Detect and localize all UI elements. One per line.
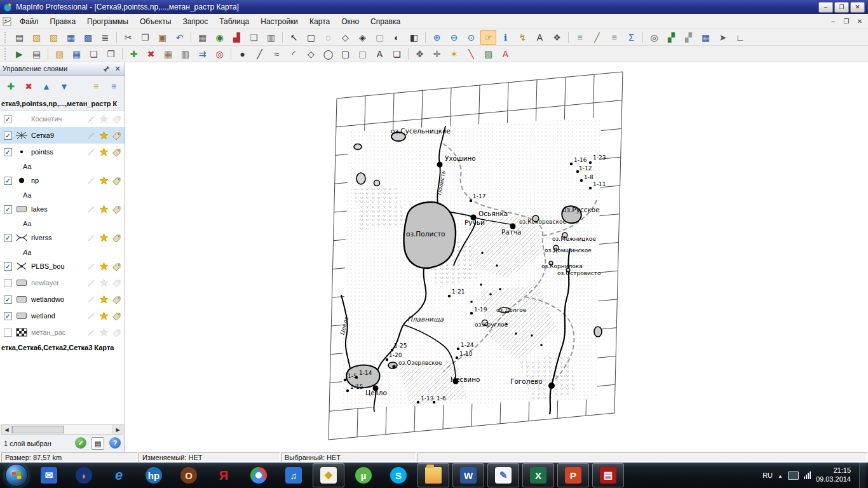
label-icon[interactable]	[111, 233, 122, 243]
status-editable[interactable]: Изменяемый: НЕТ	[139, 452, 280, 462]
change-view-icon[interactable]: ⊙	[463, 30, 479, 45]
layer-visibility-checkbox[interactable]	[4, 148, 12, 156]
move-layer-down-button[interactable]: ▼	[56, 78, 72, 95]
menu-Справка[interactable]: Справка	[365, 14, 406, 29]
layer-row-newlayer[interactable]: newlayer	[0, 274, 125, 291]
ellipse-tool-icon[interactable]: ◯	[320, 46, 336, 62]
copy-icon[interactable]: ❐	[137, 30, 153, 45]
windows-explorer-icon[interactable]	[417, 463, 449, 487]
edit-style-icon[interactable]	[86, 233, 97, 243]
marquee-select-icon[interactable]: ▢	[303, 30, 319, 45]
menu-Карта[interactable]: Карта	[304, 14, 336, 29]
layer-panel-header[interactable]: Управление слоями	[0, 62, 125, 76]
label-icon[interactable]: A	[532, 30, 548, 45]
layer-visibility-checkbox[interactable]	[4, 295, 12, 304]
help-button[interactable]	[109, 437, 121, 449]
pin-icon[interactable]	[102, 64, 111, 73]
table-list-icon[interactable]: ▦	[698, 30, 714, 45]
child-close-icon[interactable]	[854, 17, 865, 27]
clip-region-off-icon[interactable]: ▞	[681, 30, 696, 45]
remove-layer-button[interactable]: ✖	[20, 78, 37, 95]
polyline-tool-icon[interactable]: ≈	[269, 46, 285, 62]
word-document-icon[interactable]: W	[452, 463, 484, 487]
add-layer-button[interactable]: ✚	[3, 78, 19, 95]
new-row-icon[interactable]: ✚	[126, 46, 142, 62]
new-mapper-icon[interactable]: ◉	[212, 30, 227, 45]
map-document-node-2[interactable]: етка,Сетка6,Сетка2,Сетка3 Карта	[0, 341, 125, 355]
delete-row-icon[interactable]: ✖	[143, 46, 159, 62]
child-window-icon[interactable]	[3, 17, 11, 26]
layer-control-icon[interactable]: ≡	[572, 30, 588, 45]
minimize-button[interactable]	[818, 2, 833, 13]
map-document-node[interactable]: етка9,pointss,np,...,метан_растр К	[0, 97, 125, 110]
new-browser-icon[interactable]: ▦	[194, 30, 210, 45]
status-selected[interactable]: Выбранный: НЕТ	[281, 452, 416, 462]
layer-row-Косметич[interactable]: Косметич	[0, 111, 125, 127]
open-table-icon[interactable]: ▧	[29, 30, 44, 45]
mapbasic-window-icon[interactable]: ▤	[29, 46, 44, 62]
edit-style-icon[interactable]	[86, 147, 97, 158]
layer-visibility-checkbox[interactable]	[4, 279, 12, 287]
arc-tool-icon[interactable]: ◜	[286, 46, 302, 62]
pack-table-icon[interactable]: ▦	[160, 46, 176, 62]
save-workspace-2-icon[interactable]: ▦	[69, 46, 85, 62]
layer-row-np[interactable]: np	[0, 172, 125, 189]
autolabel-icon[interactable]	[98, 327, 109, 338]
tile-windows-icon[interactable]: ❏	[86, 46, 102, 62]
edit-style-icon[interactable]	[86, 204, 97, 215]
edit-style-icon[interactable]	[86, 175, 97, 186]
region-style-icon[interactable]: ▨	[480, 46, 496, 62]
run-mapbasic-program-icon[interactable]: ▶	[11, 46, 27, 62]
line-style-icon[interactable]: ╲	[463, 46, 479, 62]
autolabel-icon[interactable]	[98, 147, 109, 158]
new-redistricter-icon[interactable]: ▥	[263, 30, 279, 45]
opera-icon[interactable]: O	[173, 463, 205, 487]
chrome-icon[interactable]	[243, 463, 275, 487]
edit-style-icon[interactable]	[86, 114, 97, 125]
label-icon[interactable]	[111, 261, 122, 272]
rounded-rectangle-tool-icon[interactable]: ▢	[355, 46, 370, 62]
label-icon[interactable]	[111, 175, 122, 186]
autolabel-icon[interactable]	[98, 261, 109, 272]
map-window[interactable]: оз.СусельницкоеУхошино1-161-231-121-81-1…	[125, 62, 868, 452]
utorrent-icon[interactable]: µ	[348, 463, 379, 487]
autolabel-icon[interactable]	[98, 311, 109, 322]
volume-mixer-icon[interactable]: ♫	[278, 463, 309, 487]
clip-region-icon[interactable]: ▞	[663, 30, 679, 45]
excel-icon[interactable]: X	[522, 463, 554, 487]
label-style-row[interactable]: Аа	[0, 246, 125, 258]
open-dbms-icon[interactable]: ▨	[46, 30, 62, 45]
clock[interactable]: 21:15 09.03.2014	[816, 466, 851, 484]
maximize-button[interactable]	[834, 2, 849, 13]
label-icon[interactable]	[111, 204, 122, 215]
frame-tool-icon[interactable]: ❏	[389, 46, 405, 62]
new-grapher-icon[interactable]: ▟	[229, 30, 245, 45]
apply-button[interactable]	[75, 437, 86, 449]
hidden-icons-arrow[interactable]	[778, 471, 783, 480]
new-table-icon[interactable]: ▤	[11, 30, 27, 45]
scroll-left-icon[interactable]	[2, 425, 12, 434]
add-node-icon[interactable]: ✛	[429, 46, 445, 62]
layer-visibility-checkbox[interactable]	[4, 132, 12, 140]
layer-row-PLBS_bou[interactable]: PLBS_bou	[0, 258, 125, 274]
line-tool-icon[interactable]: ╱	[252, 46, 268, 62]
toolbar-grip[interactable]	[4, 48, 8, 60]
label-icon[interactable]	[111, 130, 122, 141]
show-desktop-button[interactable]	[859, 463, 865, 488]
autolabel-icon[interactable]	[98, 130, 109, 141]
child-restore-icon[interactable]	[841, 17, 852, 27]
menu-Запрос[interactable]: Запрос	[177, 14, 214, 29]
pdf-reader-icon[interactable]: ▤	[592, 463, 624, 487]
open-workspace-icon[interactable]: ▧	[51, 46, 67, 62]
pan-icon[interactable]: ☞	[480, 30, 496, 45]
menu-Программы[interactable]: Программы	[81, 14, 134, 29]
layer-visibility-checkbox[interactable]	[4, 115, 12, 123]
start-button[interactable]	[1, 463, 32, 488]
layer-row-Сетка9[interactable]: Сетка9	[0, 127, 125, 144]
autolabel-icon[interactable]	[98, 278, 109, 288]
update-column-icon[interactable]: ▥	[177, 46, 193, 62]
north-arrow-icon[interactable]: ➤	[715, 30, 731, 45]
statistics-icon[interactable]: Σ	[623, 30, 639, 45]
save-table-icon[interactable]: ▦	[63, 30, 79, 45]
text-style-icon[interactable]: A	[498, 46, 513, 62]
